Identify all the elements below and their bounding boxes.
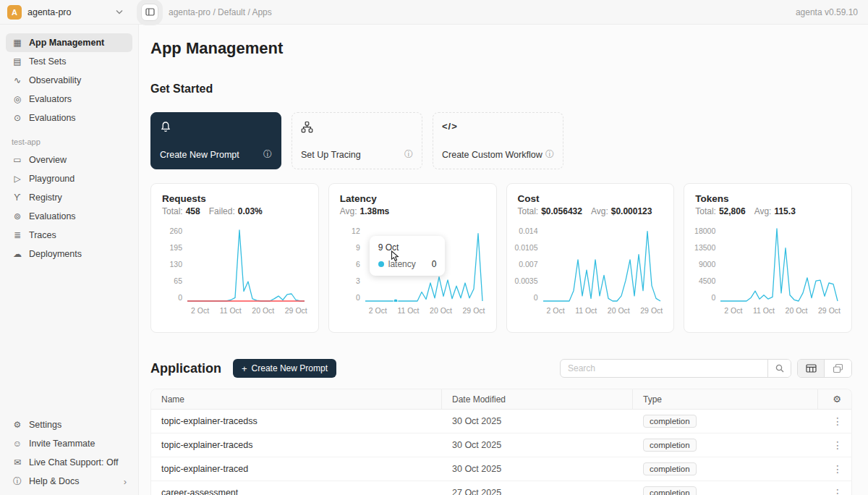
- sidebar-item-label: Registry: [29, 192, 62, 203]
- kebab-menu-icon[interactable]: ⋮: [828, 415, 847, 427]
- sidebar-item-app-management[interactable]: ▦ App Management: [6, 33, 132, 52]
- tooltip-date: 9 Oct: [378, 242, 437, 253]
- metric-stats: Total:$0.056432 Avg:$0.000123: [518, 206, 663, 216]
- sidebar-item-evaluators[interactable]: ◎ Evaluators: [6, 90, 132, 109]
- type-badge: completion: [643, 462, 697, 475]
- deployments-icon: ☁: [12, 249, 23, 259]
- y-axis: 0.0140.01050.0070.00350: [518, 227, 542, 302]
- app-name: career-assessment: [151, 488, 442, 495]
- create-new-prompt-card[interactable]: Create New Prompt ⓘ: [150, 112, 281, 169]
- app-name: topic-explainer-traceds: [151, 440, 442, 450]
- sidebar-item-registry[interactable]: ϒ Registry: [6, 188, 132, 207]
- metric-card-cost: Cost Total:$0.056432 Avg:$0.000123 0.014…: [506, 183, 675, 333]
- info-icon[interactable]: ⓘ: [404, 148, 413, 161]
- column-header-type[interactable]: Type: [633, 389, 818, 409]
- sidebar-bottom: ⚙ Settings ☺ Invite Teammate ✉ Live Chat…: [6, 415, 132, 491]
- table-row[interactable]: topic-explainer-traced 30 Oct 2025 compl…: [151, 457, 851, 481]
- test-sets-icon: ▤: [12, 56, 23, 67]
- application-header: Application + Create New Prompt: [150, 359, 852, 378]
- sidebar-item-settings[interactable]: ⚙ Settings: [6, 415, 132, 434]
- metric-cards: Requests Total:458 Failed:0.03% 26019513…: [150, 183, 852, 333]
- sidebar: ▦ App Management ▤ Test Sets ∿ Observabi…: [0, 25, 139, 495]
- x-axis: 2 Oct11 Oct20 Oct29 Oct: [724, 306, 841, 315]
- card-view-icon: [833, 363, 843, 373]
- sidebar-item-label: Test Sets: [29, 56, 66, 67]
- sidebar-item-live-chat[interactable]: ✉ Live Chat Support: Off: [6, 453, 132, 472]
- playground-icon: ▷: [12, 174, 23, 184]
- version-label: agenta v0.59.10: [796, 7, 858, 17]
- date-modified: 27 Oct 2025: [442, 488, 633, 495]
- date-modified: 30 Oct 2025: [442, 464, 633, 474]
- search-button[interactable]: [767, 360, 791, 377]
- metric-title: Cost: [518, 193, 663, 204]
- table-view-button[interactable]: [798, 360, 825, 377]
- sidebar-item-label: Observability: [29, 75, 81, 85]
- table-row[interactable]: topic-explainer-tracedss 30 Oct 2025 com…: [151, 410, 851, 433]
- requests-chart[interactable]: [187, 227, 305, 302]
- metric-title: Latency: [340, 193, 485, 204]
- type-badge: completion: [643, 486, 697, 495]
- sidebar-item-playground[interactable]: ▷ Playground: [6, 169, 132, 188]
- column-header-name[interactable]: Name: [151, 389, 442, 409]
- sidebar-item-overview[interactable]: ▭ Overview: [6, 151, 132, 169]
- sidebar-item-label: Evaluators: [29, 94, 72, 104]
- y-axis: 260195130650: [162, 227, 187, 302]
- kebab-menu-icon[interactable]: ⋮: [828, 487, 847, 495]
- sidebar-item-invite-teammate[interactable]: ☺ Invite Teammate: [6, 434, 132, 453]
- create-custom-workflow-card[interactable]: </> Create Custom Workflow ⓘ: [433, 112, 563, 169]
- plus-icon: +: [242, 363, 247, 374]
- sidebar-item-label: Traces: [29, 230, 56, 240]
- set-up-tracing-card[interactable]: Set Up Tracing ⓘ: [292, 112, 422, 169]
- bell-icon: [160, 121, 171, 133]
- table-row[interactable]: career-assessment 27 Oct 2025 completion…: [151, 481, 851, 495]
- main-content: App Management Get Started Create New Pr…: [139, 25, 868, 495]
- sidebar-item-help-docs[interactable]: ⓘ Help & Docs ›: [6, 472, 132, 491]
- tokens-chart[interactable]: [720, 227, 838, 302]
- breadcrumb[interactable]: agenta-pro / Default / Apps: [169, 7, 272, 17]
- date-modified: 30 Oct 2025: [442, 440, 633, 450]
- kebab-menu-icon[interactable]: ⋮: [828, 439, 847, 451]
- sidebar-toggle-button[interactable]: [141, 4, 158, 21]
- chart-tooltip: 9 Oct latency 0: [370, 236, 446, 276]
- sidebar-item-test-sets[interactable]: ▤ Test Sets: [6, 52, 132, 71]
- column-header-date-modified[interactable]: Date Modified: [442, 389, 633, 409]
- search-input[interactable]: [561, 360, 767, 377]
- code-icon: </>: [442, 121, 554, 132]
- sidebar-item-app-evaluations[interactable]: ⊚ Evaluations: [6, 207, 132, 226]
- card-view-button[interactable]: [825, 360, 851, 377]
- get-started-heading: Get Started: [150, 82, 213, 96]
- tracing-icon: [301, 121, 313, 133]
- chat-icon: ✉: [12, 457, 23, 468]
- table-row[interactable]: topic-explainer-traceds 30 Oct 2025 comp…: [151, 433, 851, 457]
- sidebar-item-traces[interactable]: ≣ Traces: [6, 226, 132, 245]
- sidebar-item-label: Deployments: [29, 249, 82, 259]
- create-new-prompt-button[interactable]: + Create New Prompt: [233, 359, 336, 378]
- kebab-menu-icon[interactable]: ⋮: [828, 463, 847, 475]
- metric-stats: Avg:1.38ms: [340, 206, 485, 216]
- topbar: A agenta-pro agenta-pro / Default / Apps…: [0, 0, 868, 25]
- sidebar-item-deployments[interactable]: ☁ Deployments: [6, 245, 132, 263]
- evaluations-icon: ⊙: [12, 113, 23, 123]
- series-dot: [378, 261, 384, 267]
- metric-title: Requests: [162, 193, 307, 204]
- x-axis: 2 Oct11 Oct20 Oct29 Oct: [547, 306, 663, 315]
- overview-icon: ▭: [12, 155, 23, 165]
- sidebar-item-evaluations[interactable]: ⊙ Evaluations: [6, 109, 132, 127]
- app-management-icon: ▦: [12, 38, 23, 48]
- tooltip-value: 0: [432, 259, 437, 269]
- invite-person-icon: ☺: [12, 439, 23, 449]
- table-view-icon: [806, 363, 817, 373]
- sidebar-item-label: Playground: [29, 174, 75, 184]
- registry-icon: ϒ: [12, 192, 23, 203]
- type-badge: completion: [643, 415, 697, 428]
- workspace-selector[interactable]: A agenta-pro: [0, 5, 132, 20]
- metric-stats: Total:52,806 Avg:115.3: [695, 206, 841, 216]
- settings-gear-icon: ⚙: [12, 420, 23, 430]
- cost-chart[interactable]: [542, 227, 661, 302]
- info-icon[interactable]: ⓘ: [545, 148, 554, 161]
- sidebar-item-observability[interactable]: ∿ Observability: [6, 71, 132, 90]
- table-header: Name Date Modified Type ⚙: [151, 389, 851, 410]
- sidebar-toggle-icon: [145, 7, 155, 17]
- info-icon[interactable]: ⓘ: [263, 148, 272, 161]
- table-settings-gear-icon[interactable]: ⚙: [833, 394, 841, 405]
